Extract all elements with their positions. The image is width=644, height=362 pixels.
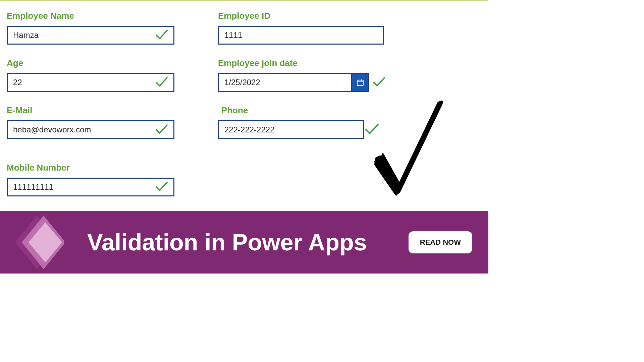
- employee-name-input[interactable]: [7, 26, 174, 45]
- phone-group: Phone: [218, 105, 386, 139]
- phone-input-wrap: [218, 120, 386, 139]
- employee-id-group: Employee ID: [218, 11, 386, 45]
- read-now-button[interactable]: READ NOW: [409, 231, 472, 253]
- check-icon: [155, 180, 168, 194]
- banner-title: Validation in Power Apps: [87, 229, 409, 256]
- age-label: Age: [7, 58, 174, 68]
- email-group: E-Mail: [7, 105, 174, 139]
- mobile-input-wrap: [7, 178, 174, 196]
- email-label: E-Mail: [7, 105, 174, 116]
- mobile-input[interactable]: [7, 178, 174, 196]
- join-date-group: Employee join date: [218, 58, 386, 92]
- employee-name-input-wrap: [7, 26, 174, 45]
- employee-name-group: Employee Name: [7, 11, 174, 45]
- phone-input[interactable]: [218, 120, 364, 139]
- form-left-column: Employee Name Age E-Mail: [7, 11, 174, 210]
- employee-id-input-wrap: [218, 26, 386, 45]
- age-group: Age: [7, 58, 174, 92]
- calendar-icon: [356, 78, 364, 86]
- calendar-button[interactable]: [352, 73, 369, 92]
- employee-name-label: Employee Name: [7, 11, 174, 21]
- join-date-input[interactable]: [218, 73, 352, 92]
- email-input[interactable]: [7, 120, 174, 139]
- form-right-column: Employee ID Employee join date: [218, 11, 386, 210]
- large-checkmark-icon: [373, 99, 446, 201]
- powerapps-logo-icon: [10, 216, 64, 269]
- join-date-label: Employee join date: [218, 58, 386, 68]
- mobile-label: Mobile Number: [7, 163, 174, 173]
- banner: Validation in Power Apps READ NOW: [0, 211, 488, 274]
- mobile-group: Mobile Number: [7, 163, 174, 196]
- check-icon: [372, 76, 386, 89]
- age-input-wrap: [7, 73, 174, 92]
- join-date-input-wrap: [218, 73, 386, 92]
- check-icon: [155, 76, 168, 89]
- phone-label: Phone: [218, 105, 386, 116]
- check-icon: [155, 28, 168, 42]
- employee-id-label: Employee ID: [218, 11, 386, 21]
- age-input[interactable]: [7, 73, 174, 92]
- svg-rect-0: [357, 80, 363, 85]
- employee-id-input[interactable]: [218, 26, 384, 45]
- email-input-wrap: [7, 120, 174, 139]
- check-icon: [155, 123, 168, 136]
